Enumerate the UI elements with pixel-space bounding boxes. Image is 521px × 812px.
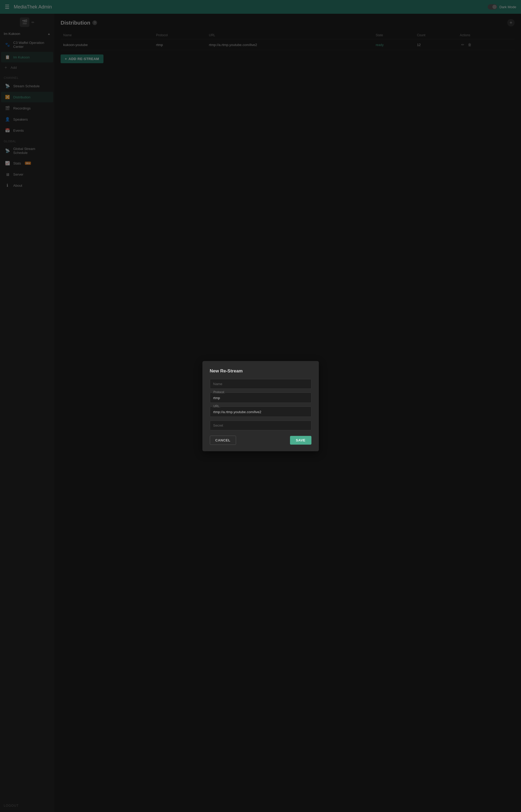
protocol-input[interactable] xyxy=(210,393,312,403)
new-restream-modal: New Re-Stream Protocol URL CANCEL xyxy=(202,361,319,451)
name-input[interactable] xyxy=(210,379,312,389)
url-field: URL xyxy=(210,407,312,417)
main-content: Distribution ? + Name Protocol URL State… xyxy=(54,14,521,812)
modal-title: New Re-Stream xyxy=(210,368,312,374)
secret-field xyxy=(210,421,312,430)
url-label: URL xyxy=(212,404,221,408)
secret-input[interactable] xyxy=(210,421,312,430)
url-input[interactable] xyxy=(210,407,312,417)
modal-overlay: New Re-Stream Protocol URL CANCEL xyxy=(0,0,521,812)
modal-actions: CANCEL SAVE xyxy=(210,436,312,445)
name-field xyxy=(210,379,312,389)
cancel-button[interactable]: CANCEL xyxy=(210,436,236,445)
protocol-label: Protocol xyxy=(212,390,225,394)
main-layout: 🎬 ✏ Im Kukoon ▲ 🐾 C3 Waffel Operation Ce… xyxy=(0,14,521,812)
save-button[interactable]: SAVE xyxy=(290,436,311,445)
protocol-field: Protocol xyxy=(210,393,312,403)
